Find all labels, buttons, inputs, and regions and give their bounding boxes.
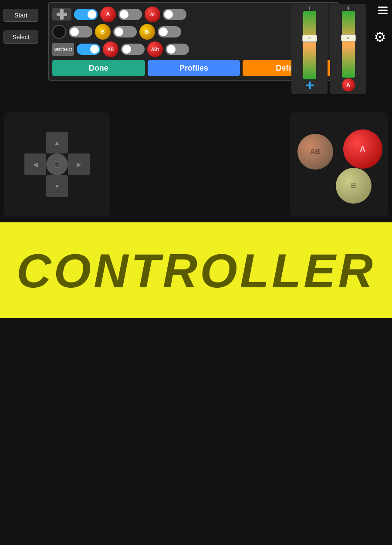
yellow-banner: CONTROLLER <box>0 222 392 318</box>
fader-col-1: ≡ ✛ <box>291 4 328 94</box>
start-button-top[interactable]: Start <box>3 9 38 22</box>
toggle-at-top[interactable] <box>163 9 186 20</box>
btn-at-top[interactable]: At <box>145 7 160 22</box>
dpad-cross-top: ▲ ▼ ◀ ▶ <box>24 132 90 197</box>
toggle-dpad-top[interactable] <box>74 9 98 20</box>
fader-track-2[interactable]: ≡ <box>342 11 355 78</box>
buttons-area-top: AB A B <box>290 112 388 216</box>
dpad-down-top[interactable]: ▼ <box>46 175 68 197</box>
toggle-ab-top[interactable] <box>121 44 145 55</box>
dpad-center-top <box>46 153 68 175</box>
toggle-bt-top[interactable] <box>158 26 181 37</box>
menu-icon-top[interactable] <box>378 7 388 14</box>
toggle-circle-top[interactable] <box>69 26 92 37</box>
fader2-a-icon[interactable]: A <box>342 78 355 92</box>
dpad-up-top[interactable]: ▲ <box>46 132 68 153</box>
dpad-area-top: ▲ ▼ ◀ ▶ <box>4 112 110 216</box>
btn-a-top[interactable]: A <box>100 7 116 22</box>
toggle-abt-top[interactable] <box>166 44 189 55</box>
fader-track-1[interactable]: ≡ <box>303 11 316 79</box>
dpad-left-top[interactable]: ◀ <box>24 153 46 175</box>
profiles-button-top[interactable]: Profiles <box>148 60 240 76</box>
circle-icon-row2 <box>52 25 66 39</box>
fader1-plus-icon[interactable]: ✛ <box>306 80 314 92</box>
ab-buttons-top: AB A B <box>295 125 382 204</box>
gear-icon-top[interactable]: ⚙ <box>371 28 389 46</box>
btn-a-top-game[interactable]: A <box>343 129 382 169</box>
toggle-stat-top[interactable] <box>77 44 100 55</box>
toggle-a-top[interactable] <box>118 9 142 20</box>
start-select-top: Start Select <box>0 4 42 48</box>
btn-b-top[interactable]: B <box>95 24 111 40</box>
select-button-top[interactable]: Select <box>3 31 38 44</box>
dpad-icon-row1 <box>52 8 71 20</box>
btn-bt-top[interactable]: Bt <box>139 24 155 40</box>
bottom-section: Start Select ⚙ A <box>0 318 392 545</box>
fader-panel-top: ≡ ✛ ≡ A <box>290 2 368 96</box>
btn-ab-top-game[interactable]: AB <box>297 134 333 170</box>
controller-text: CONTROLLER <box>17 243 375 298</box>
top-section: Start Select ⚙ A At <box>0 0 392 222</box>
stat-selct-label: Stat/Selct <box>52 43 74 56</box>
btn-b-top-game[interactable]: B <box>336 168 372 204</box>
toggle-b-top[interactable] <box>113 26 137 37</box>
fader-col-2: ≡ A <box>330 4 366 94</box>
btn-abt-top[interactable]: ABt <box>147 41 163 57</box>
dpad-right-top[interactable]: ▶ <box>68 153 90 175</box>
done-button-top[interactable]: Done <box>52 60 145 76</box>
btn-ab-top[interactable]: AB <box>103 41 118 57</box>
